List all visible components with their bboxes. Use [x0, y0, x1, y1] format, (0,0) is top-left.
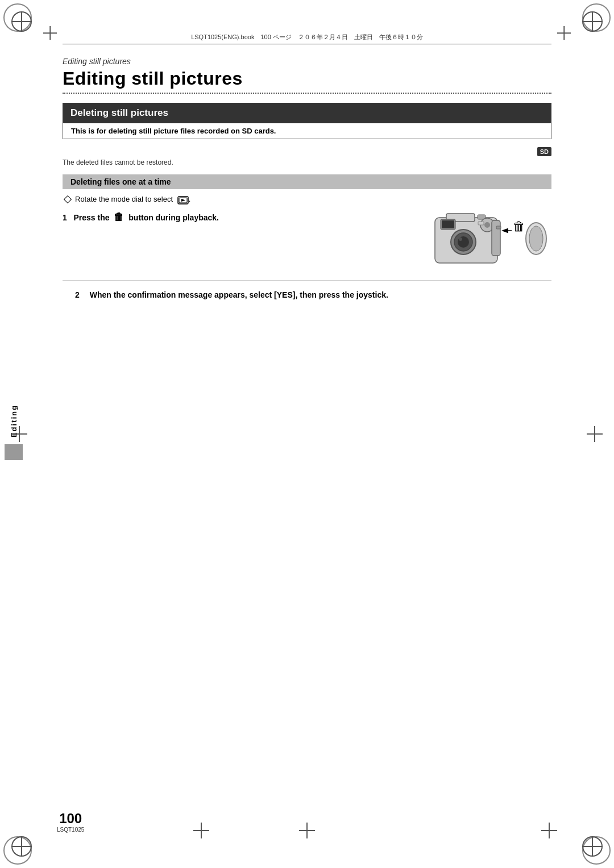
step1-suffix: button during playback.: [128, 213, 219, 222]
main-content: Editing still pictures Editing still pic…: [63, 57, 551, 301]
top-bar: LSQT1025(ENG).book 100 ページ ２０６年２月４日 土曜日 …: [63, 33, 551, 44]
section-label: Editing still pictures: [63, 57, 551, 66]
page-number-area: 100 LSQT1025: [57, 811, 84, 833]
note-text: The deleted files cannot be restored.: [63, 158, 551, 166]
reg-mark-br: [582, 836, 603, 857]
svg-rect-16: [496, 226, 501, 229]
editing-tab-bar: [5, 444, 23, 460]
reg-mark-bl: [11, 836, 32, 857]
editing-tab: Editing: [0, 386, 27, 460]
top-bar-text: LSQT1025(ENG).book 100 ページ ２０６年２月４日 土曜日 …: [63, 33, 551, 41]
step1-text: 1 Press the 🗑 button during playback.: [63, 209, 415, 223]
subtitle-text: This is for deleting still picture files…: [71, 127, 276, 135]
svg-marker-2: [181, 199, 185, 202]
reg-mark-top-right: [557, 26, 571, 40]
svg-point-21: [529, 226, 543, 251]
trash-icon: 🗑: [114, 211, 124, 223]
step1-number: 1: [63, 213, 72, 222]
editing-tab-label: Editing: [10, 404, 18, 437]
camera-svg: 🗑: [429, 209, 549, 272]
page: LSQT1025(ENG).book 100 ページ ２０６年２月４日 土曜日 …: [0, 0, 614, 868]
sd-badge-container: SD: [63, 147, 551, 156]
diamond-instruction: Rotate the mode dial to select .: [63, 195, 551, 205]
title-divider: [63, 93, 551, 94]
playback-icon: [177, 195, 189, 205]
reg-mark-tr: [582, 11, 603, 32]
svg-text:🗑: 🗑: [513, 219, 525, 233]
reg-mark-bot-left: [193, 823, 209, 838]
svg-point-8: [459, 237, 462, 241]
reg-mark-tl: [11, 11, 32, 32]
svg-point-13: [484, 222, 490, 228]
reg-mark-bot-right: [541, 823, 557, 838]
step1-press: Press the: [73, 213, 109, 222]
step2-text: 2 When the confirmation message appears,…: [63, 289, 551, 301]
page-code: LSQT1025: [57, 827, 84, 833]
page-title: Editing still pictures: [63, 68, 551, 89]
section-header: Deleting still pictures: [63, 103, 551, 123]
page-number: 100: [57, 811, 84, 827]
step1-row: 1 Press the 🗑 button during playback.: [63, 209, 551, 272]
diamond-text: Rotate the mode dial to select .: [75, 195, 190, 205]
svg-rect-14: [478, 222, 484, 225]
svg-rect-10: [442, 220, 454, 228]
step-separator: [63, 281, 551, 281]
sub-section-header: Deleting files one at a time: [63, 174, 551, 189]
reg-mark-bot-center: [299, 823, 315, 838]
reg-mark-mid-right: [587, 426, 603, 442]
diamond-icon: [64, 195, 72, 203]
camera-illustration: 🗑: [426, 209, 551, 272]
sd-badge: SD: [537, 147, 551, 156]
step2-content: When the confirmation message appears, s…: [90, 290, 388, 299]
svg-rect-15: [492, 220, 500, 256]
reg-mark-top-left: [43, 26, 57, 40]
subtitle-bar: This is for deleting still picture files…: [63, 123, 551, 139]
step2-number: 2: [75, 290, 80, 299]
